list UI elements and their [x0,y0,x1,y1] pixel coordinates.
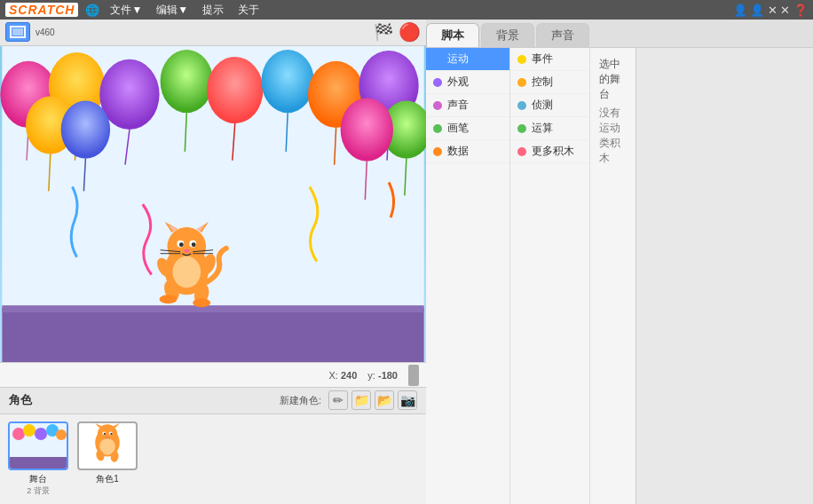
svg-point-53 [23,424,36,437]
svg-rect-4 [2,305,423,312]
cat-looks[interactable]: 外观 [426,71,509,94]
cat-sensing[interactable]: 侦测 [510,94,589,117]
svg-point-65 [110,433,112,435]
svg-point-37 [179,242,184,247]
svg-point-49 [160,295,178,303]
edit-sprite-button[interactable]: 📁 [351,390,371,410]
script-area: 脚本 背景 声音 运动 外观 声音 [426,20,813,504]
cat-dot-looks [433,78,442,87]
cat-more-blocks[interactable]: 更多积木 [510,140,589,163]
svg-point-66 [107,437,109,438]
svg-point-11 [161,50,213,113]
cat-dot-sensing [517,101,526,110]
sprite-list: 舞台 2 背景 [0,414,426,504]
sprite-header: 角色 新建角色: ✏ 📁 📂 📷 [0,388,426,414]
cat-pen[interactable]: 画笔 [426,117,509,140]
draw-sprite-button[interactable]: ✏ [328,390,348,410]
script-editor[interactable] [635,48,813,504]
stage-sprite-sub: 2 背景 [27,485,50,497]
script-tabs: 脚本 背景 声音 [426,20,813,48]
blocks-info: 选中的舞台 没有运动类积木 [590,48,635,504]
globe-icon[interactable]: 🌐 [85,4,99,17]
menu-edit[interactable]: 编辑▼ [153,3,192,18]
cat-operators[interactable]: 运算 [510,117,589,140]
x-label: X: 240 [329,370,358,381]
cat-control[interactable]: 控制 [510,71,589,94]
svg-point-54 [35,428,47,440]
menu-file[interactable]: 文件▼ [107,3,146,18]
new-sprite-label: 新建角色: [280,394,321,407]
svg-point-39 [184,248,189,252]
menubar: SCRATCH 🌐 文件▼ 编辑▼ 提示 关于 👤 👤 ✕ ✕ ❓ [0,0,813,20]
cat-dot-control [517,78,526,87]
svg-point-15 [261,50,313,113]
sprite-thumb-cat [77,421,138,470]
tab-sounds[interactable]: 声音 [536,23,589,47]
svg-point-56 [56,429,67,440]
svg-point-52 [12,428,25,440]
no-motion-blocks-desc: 没有运动类积木 [599,106,627,166]
sprite-area: 角色 新建角色: ✏ 📁 📂 📷 [0,387,426,504]
camera-sprite-button[interactable]: 📷 [398,390,417,410]
cat-dot-pen [433,124,442,133]
stage-canvas [0,46,426,363]
user-icons: 👤 👤 ✕ ✕ ❓ [733,4,808,17]
stage-view-button[interactable] [5,22,30,42]
cat-dot-motion [433,55,442,64]
svg-point-38 [192,242,196,247]
stop-button[interactable]: 🔴 [399,21,421,43]
svg-point-9 [99,59,159,130]
sprite-area-label: 角色 [9,392,32,408]
category-list-right: 事件 控制 侦测 运算 更多积木 [510,48,590,504]
blocks-palette: 运动 外观 声音 画笔 数据 [426,48,813,504]
cat-dot-more [517,147,526,156]
svg-point-44 [172,256,201,287]
tab-backgrounds[interactable]: 背景 [481,23,534,47]
sprite-thumb-stage [8,421,68,470]
svg-point-64 [104,433,106,435]
cat-dot-data [433,147,442,156]
tab-scripts[interactable]: 脚本 [426,23,479,47]
svg-point-13 [207,57,263,123]
svg-point-25 [341,98,393,161]
cat-sprite-name: 角色1 [96,473,119,485]
svg-rect-57 [10,457,67,469]
menu-tips[interactable]: 提示 [199,3,227,18]
cat-dot-sound [433,101,442,110]
stage-toolbar: v460 🏁 🔴 [0,20,426,46]
svg-rect-1 [12,28,23,35]
selected-stage-label: 选中的舞台 [599,57,627,102]
cat-motion[interactable]: 运动 [426,48,509,71]
scroll-handle[interactable] [408,365,419,386]
svg-point-27 [61,100,110,158]
sprite-item-cat[interactable]: 角色1 [76,421,138,485]
scratch-logo: SCRATCH [5,3,78,17]
category-list-left: 运动 外观 声音 画笔 数据 [426,48,510,504]
stage-sprite-name: 舞台 [29,473,47,485]
cat-sound[interactable]: 声音 [426,94,509,117]
svg-point-50 [193,298,210,307]
menu-about[interactable]: 关于 [234,3,263,18]
cat-dot-operators [517,124,526,133]
stage-info: X: 240 y: -180 [0,362,426,387]
green-flag-button[interactable]: 🏁 [374,22,393,42]
version-label: v460 [36,28,55,37]
svg-rect-3 [2,308,423,362]
surprise-sprite-button[interactable]: 📂 [375,390,394,410]
sprite-item-stage[interactable]: 舞台 2 背景 [7,421,69,497]
y-label: y: -180 [367,370,398,381]
cat-events[interactable]: 事件 [510,48,589,71]
cat-dot-events [517,55,526,64]
cat-data[interactable]: 数据 [426,140,509,163]
